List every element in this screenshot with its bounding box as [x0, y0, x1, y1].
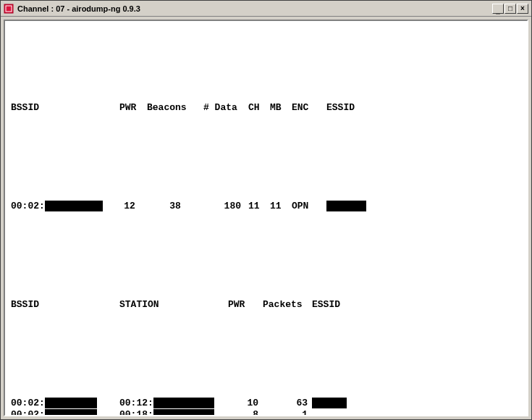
redacted-block [45, 398, 97, 408]
maximize-button[interactable]: □ [504, 4, 516, 14]
minimize-button[interactable]: _ [492, 4, 504, 14]
col-ch: CH [248, 102, 270, 114]
col-bssid: BSSID [11, 102, 119, 114]
window-title: Channel : 07 - airodump-ng 0.9.3 [17, 4, 489, 13]
station-essid [312, 398, 355, 409]
minimize-icon: _ [496, 7, 500, 14]
close-button[interactable]: × [517, 4, 528, 14]
terminal-output: BSSID PWR Beacons # Data CH MB ENC ESSID… [4, 20, 528, 416]
station-pwr: 8 [228, 409, 263, 416]
col-data: # Data [203, 102, 248, 114]
col-bssid: BSSID [11, 299, 119, 311]
ap-enc: OPN [292, 201, 326, 212]
col-mb: MB [270, 102, 292, 114]
col-packets: Packets [263, 299, 312, 311]
redacted-block [326, 201, 366, 211]
window-controls: _ □ × [492, 4, 528, 14]
station-pwr: 10 [228, 398, 263, 409]
col-essid: ESSID [312, 299, 355, 311]
redacted-block [312, 398, 347, 408]
ap-mb: 11 [270, 201, 292, 212]
station-mac: 00:18: [119, 409, 228, 416]
col-station: STATION [119, 299, 228, 311]
station-mac: 00:12: [119, 398, 228, 409]
station-header-row: BSSID STATION PWR Packets ESSID [11, 299, 521, 311]
col-pwr: PWR [119, 102, 147, 114]
titlebar: Channel : 07 - airodump-ng 0.9.3 _ □ × [1, 1, 531, 17]
station-row: 00:02:00:18:81 [11, 409, 521, 416]
ap-header-row: BSSID PWR Beacons # Data CH MB ENC ESSID [11, 102, 521, 114]
station-row: 00:02:00:12:1063 [11, 398, 521, 409]
station-rows: 00:02:00:12:106300:02:00:18:8100:02:00:1… [11, 398, 521, 416]
redacted-block [153, 409, 214, 416]
col-beacons: Beacons [147, 102, 203, 114]
close-icon: × [520, 5, 525, 12]
ap-ch: 11 [248, 201, 270, 212]
station-bssid: 00:02: [11, 409, 119, 416]
redacted-block [45, 409, 97, 416]
station-bssid: 00:02: [11, 398, 119, 409]
ap-beacons: 38 [147, 201, 203, 212]
ap-bssid: 00:02: [11, 201, 119, 212]
col-essid: ESSID [326, 102, 377, 114]
ap-row: 00:02: 12 38 180 11 11 OPN [11, 201, 521, 212]
redacted-block [153, 398, 214, 408]
redacted-block [45, 201, 103, 211]
col-enc: ENC [292, 102, 326, 114]
ap-data: 180 [203, 201, 248, 212]
ap-pwr: 12 [119, 201, 147, 212]
app-icon [4, 4, 14, 14]
ap-essid [326, 201, 377, 212]
station-packets: 1 [263, 409, 312, 416]
app-window: Channel : 07 - airodump-ng 0.9.3 _ □ × B… [0, 0, 532, 420]
maximize-icon: □ [508, 5, 512, 12]
station-packets: 63 [263, 398, 312, 409]
col-pwr: PWR [228, 299, 263, 311]
